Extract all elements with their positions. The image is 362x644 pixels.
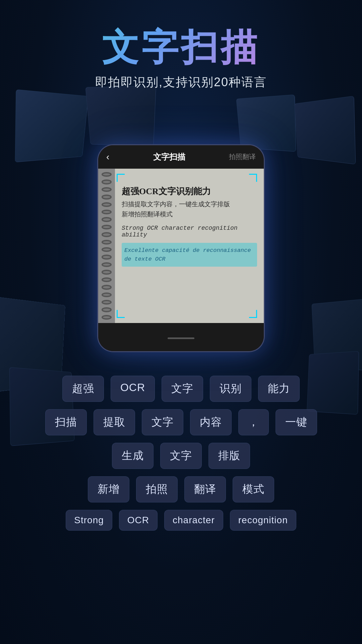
chip-paiban: 排版 [208, 443, 250, 469]
spiral-ring [102, 247, 112, 252]
home-indicator [168, 337, 194, 339]
chips-row-3: 生成 文字 排版 [20, 443, 342, 469]
spiral-ring [102, 232, 112, 237]
spiral-ring [102, 240, 112, 245]
chip-chaoquiang: 超强 [62, 376, 104, 402]
bg-cube-1 [15, 89, 88, 162]
hw-french-line1: Excellente capacité de reconnaissance [124, 246, 254, 255]
chip-paizhao: 拍照 [136, 476, 178, 502]
spiral-ring [102, 179, 112, 184]
chip-wenzi-1: 文字 [162, 376, 203, 402]
hw-line-2: 扫描提取文字内容，一键生成文字排版 [122, 200, 257, 209]
chip-character: character [164, 510, 223, 531]
spiral-ring [102, 172, 112, 177]
spiral-ring [102, 277, 112, 282]
chip-nengli: 能力 [258, 376, 300, 402]
chips-row-4: 新增 拍照 翻译 模式 [20, 476, 342, 502]
bg-cube-4 [294, 96, 356, 165]
spiral-ring [102, 262, 112, 267]
phone-bottom-panel [98, 323, 264, 352]
chip-xinzeng: 新增 [88, 476, 129, 502]
main-title: 文字扫描 [0, 27, 362, 67]
subtitle: 即拍即识别,支持识别20种语言 [0, 74, 362, 91]
chip-tiqu: 提取 [94, 409, 135, 435]
chip-ocr-en: OCR [119, 510, 158, 531]
notebook-content: 超强OCR文字识别能力 扫描提取文字内容，一键生成文字排版 新增拍照翻译模式 S… [117, 169, 264, 323]
spiral-ring [102, 187, 112, 192]
hw-english-line: Strong OCR character recognition ability [122, 225, 257, 238]
spiral-ring [102, 217, 112, 222]
chips-row-5: Strong OCR character recognition [20, 510, 342, 531]
chips-section: 超强 OCR 文字 识别 能力 扫描 提取 文字 内容 ， 一键 生成 文字 排… [0, 376, 362, 538]
chip-wenzi-3: 文字 [160, 443, 202, 469]
chips-row-2: 扫描 提取 文字 内容 ， 一键 [20, 409, 342, 435]
chip-ocr-1: OCR [111, 376, 155, 402]
handwritten-text: 超强OCR文字识别能力 扫描提取文字内容，一键生成文字排版 新增拍照翻译模式 S… [120, 185, 257, 267]
chips-row-1: 超强 OCR 文字 识别 能力 [20, 376, 342, 402]
hw-french-line2: de texte OCR [124, 255, 254, 264]
hw-line-1: 超强OCR文字识别能力 [122, 185, 257, 197]
spiral-ring [102, 255, 112, 259]
spiral-ring [102, 202, 112, 207]
phone-mockup: ‹ 文字扫描 拍照翻译 [97, 144, 265, 352]
chip-neirong: 内容 [190, 409, 232, 435]
chip-shengcheng: 生成 [112, 443, 154, 469]
spiral-ring [102, 285, 112, 289]
photo-translate-button[interactable]: 拍照翻译 [229, 152, 256, 161]
spiral-ring [102, 307, 112, 312]
spiral-binding [98, 169, 115, 323]
chip-wenzi-2: 文字 [142, 409, 183, 435]
bg-cube-2 [85, 86, 157, 146]
back-button[interactable]: ‹ [106, 152, 109, 162]
chip-fanyi: 翻译 [184, 476, 226, 502]
chip-yijian: 一键 [276, 409, 317, 435]
chip-comma: ， [238, 409, 269, 435]
phone-frame: ‹ 文字扫描 拍照翻译 [97, 144, 265, 352]
chip-saomiao: 扫描 [45, 409, 87, 435]
notebook-area: 超强OCR文字识别能力 扫描提取文字内容，一键生成文字排版 新增拍照翻译模式 S… [98, 169, 264, 323]
spiral-ring [102, 270, 112, 274]
chip-strong: Strong [66, 510, 112, 531]
chip-shibie-1: 识别 [210, 376, 251, 402]
chip-moshi: 模式 [233, 476, 274, 502]
bg-cube-3 [236, 95, 296, 152]
spiral-ring [102, 225, 112, 229]
phone-header: ‹ 文字扫描 拍照翻译 [98, 145, 264, 169]
title-section: 文字扫描 即拍即识别,支持识别20种语言 [0, 27, 362, 91]
spiral-ring [102, 210, 112, 214]
hw-line-3: 新增拍照翻译模式 [122, 210, 257, 219]
phone-title: 文字扫描 [153, 152, 185, 162]
spiral-ring [102, 300, 112, 305]
hw-french-highlight: Excellente capacité de reconnaissance de… [122, 243, 257, 267]
spiral-ring [102, 315, 112, 320]
spiral-ring [102, 292, 112, 297]
chip-recognition: recognition [230, 510, 296, 531]
spiral-ring [102, 195, 112, 199]
